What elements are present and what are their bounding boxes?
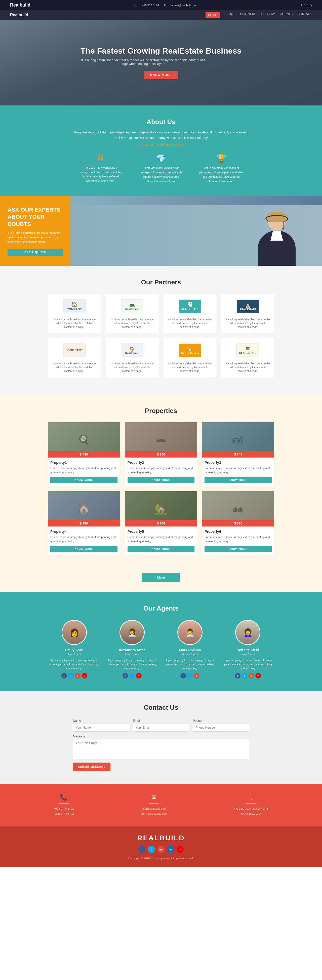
experts-cta-button[interactable]: GET A QUOTE xyxy=(8,249,63,256)
agent-twitter-1[interactable]: t xyxy=(68,673,74,678)
nav-brand: Realbuild xyxy=(10,13,28,18)
agent-youtube-1[interactable]: y xyxy=(82,673,87,678)
agent-google-3[interactable]: g xyxy=(194,673,200,678)
nav-about[interactable]: ABOUT xyxy=(225,12,235,18)
hero-cta-button[interactable]: KNOW MORE xyxy=(144,71,178,79)
more-section: More xyxy=(0,568,322,592)
hero-subtitle: It is a long established fact that a rea… xyxy=(81,58,206,66)
twitter-icon[interactable]: t xyxy=(304,3,305,7)
contact-form-row-1: Name Email Phone xyxy=(73,719,249,732)
pinterest-icon[interactable]: p xyxy=(307,3,308,7)
property-image-4: 🏠 $ 190 xyxy=(48,491,120,527)
partner-logo-4: ⛪ REALESTATE xyxy=(225,298,270,315)
agent-facebook-3[interactable]: f xyxy=(180,673,186,678)
agent-twitter-3[interactable]: t xyxy=(187,673,193,678)
property-card-6: 🏘 $ 390 Property6 Lorem ipsum is simply … xyxy=(202,491,274,555)
footer-divider-1 xyxy=(59,803,69,804)
nav-agents[interactable]: AGENTS xyxy=(280,12,293,18)
nav-home[interactable]: HOME xyxy=(206,12,220,18)
phone-input[interactable] xyxy=(193,724,249,732)
property-desc-3: Lorem ipsum is simply dummy text of the … xyxy=(205,466,272,474)
agent-twitter-2[interactable]: t xyxy=(129,673,135,678)
nav-contact[interactable]: CONTACT xyxy=(298,12,312,18)
property-cta-3[interactable]: KNOW MORE xyxy=(205,477,272,483)
footer-linkedin-btn[interactable]: in xyxy=(167,846,174,853)
agent-card-3: 👨‍💼 Mark Phillips House Agent If you are… xyxy=(165,620,215,678)
experts-section: ASK OUR EXPERTS ABOUT YOUR DOUBTS It is … xyxy=(0,196,322,266)
contact-info: 📞 +90 537 5124 ✉ admin@realbuild.com xyxy=(133,3,198,7)
agent-title-1: Real Agent xyxy=(49,653,99,656)
experts-left-panel: ASK OUR EXPERTS ABOUT YOUR DOUBTS It is … xyxy=(0,196,70,266)
agent-youtube-2[interactable]: y xyxy=(136,673,142,678)
agents-grid: 👩 Emily Jean Real Agent If you are going… xyxy=(20,620,302,678)
property-image-3: 🛋 $ 340 xyxy=(202,422,274,458)
top-info-bar: Realbuild 📞 +90 537 5124 ✉ admin@realbui… xyxy=(0,0,322,10)
nav-gallery[interactable]: GALLERY xyxy=(261,12,275,18)
footer-youtube-btn[interactable]: y xyxy=(177,846,184,853)
contact-section: Contact Us Name Email Phone Message SUBM… xyxy=(0,691,322,784)
footer-twitter-btn[interactable]: t xyxy=(148,846,155,853)
contact-title: Contact Us xyxy=(40,704,282,711)
footer-top-grid: 📞 +093 9746 3702 (091) 9746 3702 ✉ user@… xyxy=(20,794,302,816)
building-icon: 🏛 xyxy=(78,154,123,163)
property-cta-6[interactable]: KNOW MORE xyxy=(205,546,272,552)
property-cta-1[interactable]: KNOW MORE xyxy=(50,477,117,483)
footer-brand: REALBUILD xyxy=(20,834,302,842)
property-desc-1: Lorem ipsum is simply dummy text of the … xyxy=(50,466,117,474)
agent-google-1[interactable]: g xyxy=(75,673,81,678)
partner-desc-7: It is a long established fact that a rea… xyxy=(167,362,213,373)
email-input[interactable] xyxy=(133,724,189,732)
partner-card-7: 🏡 Helena Homes It is a long established … xyxy=(163,338,216,377)
property-name-4: Property4 xyxy=(50,530,117,533)
partner-logo-icon-3: 🏗 xyxy=(187,302,192,308)
about-icon-3: 🏆 There are many variations of passages … xyxy=(199,154,244,183)
nav-brand-name: Realbuild xyxy=(10,13,28,17)
footer-divider-2 xyxy=(149,803,159,804)
property-cta-2[interactable]: KNOW MORE xyxy=(127,477,195,483)
footer-email-2: admin@realbuild.com xyxy=(141,811,168,816)
youtube-icon[interactable]: y xyxy=(311,3,312,7)
main-nav: Realbuild HOME ABOUT PARTNERS GALLERY AG… xyxy=(0,10,322,20)
partner-desc-1: It is a long established fact that a rea… xyxy=(52,318,97,329)
agent-desc-2: If you are going to use a passage of Lor… xyxy=(107,659,157,670)
nav-partners[interactable]: PARTNERS xyxy=(240,12,256,18)
partner-logo-1: 🏠 COMPANY xyxy=(52,298,97,315)
property-card-1: 🍳 $ 480 Property1 Lorem ipsum is simply … xyxy=(48,422,120,486)
more-button[interactable]: More xyxy=(142,573,180,582)
agent-google-4[interactable]: g xyxy=(249,673,254,678)
agent-facebook-1[interactable]: f xyxy=(61,673,67,678)
about-types-label: TYPES OF OUR BUSINESS xyxy=(20,143,302,146)
footer-facebook-btn[interactable]: f xyxy=(138,846,145,853)
property-card-4: 🏠 $ 190 Property4 Lorem ipsum is simply … xyxy=(48,491,120,555)
footer-phone-2: (091) 9746 3702 xyxy=(54,811,74,816)
house3-icon: 🏘 xyxy=(233,503,243,515)
agent-facebook-2[interactable]: f xyxy=(122,673,128,678)
footer-social-row: f t g+ in y xyxy=(20,846,302,853)
property-desc-4: Lorem ipsum is simply dummy text of the … xyxy=(50,535,117,543)
property-desc-5: Lorem ipsum is simply dummy text of the … xyxy=(127,535,195,543)
property-card-5: 🏡 $ 340 Property5 Lorem ipsum is simply … xyxy=(125,491,197,555)
agent-twitter-4[interactable]: t xyxy=(242,673,247,678)
message-textarea[interactable] xyxy=(73,739,249,759)
footer-col-phone: 📞 +093 9746 3702 (091) 9746 3702 xyxy=(54,794,74,816)
facebook-icon[interactable]: f xyxy=(301,3,302,7)
footer-google-btn[interactable]: g+ xyxy=(157,846,165,853)
about-icon-text-2: There are many variations of passages of… xyxy=(138,166,184,183)
agent-facebook-4[interactable]: f xyxy=(235,673,241,678)
experts-right-panel xyxy=(70,196,322,266)
partner-logo-icon-2: 🏘 xyxy=(130,302,135,308)
agent-avatar-3: 👨‍💼 xyxy=(178,620,203,645)
partner-logo-icon-5: LOGO TEXT xyxy=(65,348,83,352)
agent-youtube-4[interactable]: y xyxy=(255,673,261,678)
name-input[interactable] xyxy=(73,724,129,732)
contact-name-group: Name xyxy=(73,719,129,732)
partner-logo-icon-4: ⛪ xyxy=(245,302,251,308)
footer-location-icon: 📍 xyxy=(234,794,268,801)
about-section: About Us Many desktop publishing package… xyxy=(0,105,322,196)
property-cta-4[interactable]: KNOW MORE xyxy=(50,546,117,552)
agents-title: Our Agents xyxy=(20,605,302,612)
property-cta-5[interactable]: KNOW MORE xyxy=(127,546,195,552)
partner-logo-icon-1: 🏠 xyxy=(71,302,78,307)
submit-button[interactable]: SUBMIT MESSAGE xyxy=(73,762,110,771)
partner-logo-8: 🏚 REAL ESTATE xyxy=(225,342,270,359)
